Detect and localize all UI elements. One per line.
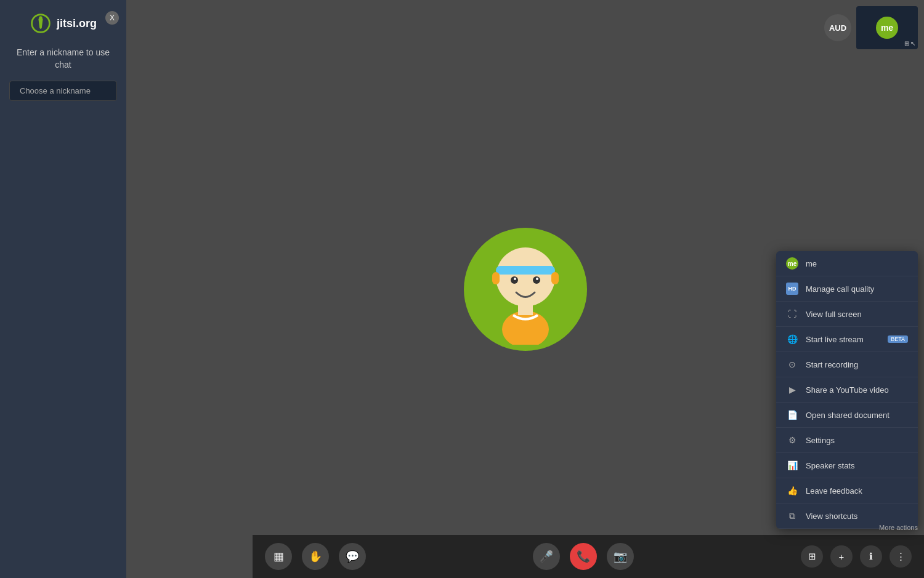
add-button[interactable]: + — [830, 545, 853, 568]
manage-call-quality-label: Manage call quality — [806, 284, 908, 294]
choose-nickname-button[interactable]: Choose a nickname — [9, 81, 117, 101]
settings-label: Settings — [806, 436, 908, 445]
start-recording-label: Start recording — [806, 360, 908, 369]
cursor-icon: ↖ — [910, 40, 915, 47]
plus-icon: + — [839, 552, 845, 562]
mute-button[interactable]: 🎤 — [533, 543, 560, 570]
chat-button[interactable]: 💬 — [339, 543, 366, 570]
bottom-right-controls: ⊞ + ℹ ⋮ — [801, 545, 912, 568]
svg-point-9 — [536, 278, 538, 280]
share-youtube-label: Share a YouTube video — [806, 385, 908, 395]
open-shared-doc-label: Open shared document — [806, 411, 908, 420]
menu-item-manage-call-quality[interactable]: HDManage call quality — [776, 276, 918, 302]
center-participant-avatar — [464, 228, 587, 351]
main-video-area: AUD me ⊞ ↖ ▦ ✋ 💬 🎤 — [126, 0, 924, 578]
tile-view-button[interactable]: ▦ — [265, 543, 292, 570]
start-recording-icon: ⊙ — [786, 358, 798, 371]
me-icon: me — [786, 257, 798, 270]
end-call-icon: 📞 — [577, 550, 590, 563]
svg-rect-11 — [518, 303, 533, 315]
more-icon: ⋮ — [896, 551, 906, 562]
svg-point-1 — [39, 16, 42, 19]
top-right-thumbnails: AUD me ⊞ ↖ — [824, 6, 918, 49]
menu-item-view-full-screen[interactable]: ⛶View full screen — [776, 302, 918, 327]
info-icon: ℹ — [869, 551, 873, 562]
logo: jitsi.org — [30, 12, 97, 34]
more-actions-label: More actions — [879, 524, 918, 531]
me-avatar: me — [876, 17, 898, 39]
menu-item-speaker-stats[interactable]: 📊Speaker stats — [776, 453, 918, 478]
video-off-icon: 📷 — [614, 550, 627, 563]
menu-item-me[interactable]: meme — [776, 251, 918, 276]
svg-point-8 — [514, 278, 516, 280]
video-toggle-button[interactable]: 📷 — [607, 543, 634, 570]
end-call-button[interactable]: 📞 — [570, 543, 597, 570]
svg-rect-3 — [496, 266, 555, 275]
svg-point-7 — [533, 276, 540, 284]
mute-icon: 🎤 — [540, 550, 553, 563]
chat-icon: 💬 — [346, 550, 359, 563]
apps-button[interactable]: ⊞ — [801, 545, 823, 568]
view-shortcuts-label: View shortcuts — [806, 512, 908, 521]
view-full-screen-icon: ⛶ — [786, 308, 798, 320]
start-live-stream-badge: BETA — [888, 335, 908, 343]
manage-call-quality-icon: HD — [786, 283, 798, 295]
me-thumbnail[interactable]: me ⊞ ↖ — [856, 6, 918, 49]
leave-feedback-label: Leave feedback — [806, 486, 908, 496]
svg-rect-4 — [492, 272, 500, 284]
me-label: me — [806, 259, 908, 268]
svg-point-6 — [511, 276, 518, 284]
hand-icon: ✋ — [309, 550, 322, 563]
leave-feedback-icon: 👍 — [786, 484, 798, 497]
more-actions-button[interactable]: ⋮ — [890, 545, 912, 568]
menu-item-start-recording[interactable]: ⊙Start recording — [776, 352, 918, 377]
aud-participant-badge: AUD — [824, 14, 851, 41]
bottom-center-controls: 🎤 📞 📷 — [533, 543, 634, 570]
settings-icon: ⚙ — [786, 434, 798, 446]
avatar-svg — [476, 234, 575, 345]
apps-icon: ⊞ — [808, 551, 816, 562]
svg-point-10 — [502, 311, 549, 345]
raise-hand-button[interactable]: ✋ — [302, 543, 329, 570]
svg-rect-5 — [551, 272, 559, 284]
start-live-stream-icon: 🌐 — [786, 333, 798, 345]
chat-prompt-text: Enter a nickname to use chat — [9, 47, 117, 71]
context-menu: memeHDManage call quality⛶View full scre… — [776, 251, 918, 529]
logo-text: jitsi.org — [57, 17, 97, 30]
open-shared-doc-icon: 📄 — [786, 409, 798, 421]
view-full-screen-label: View full screen — [806, 310, 908, 319]
screen-share-icon: ⊞ — [904, 40, 909, 47]
menu-item-leave-feedback[interactable]: 👍Leave feedback — [776, 478, 918, 504]
sidebar: jitsi.org X Enter a nickname to use chat… — [0, 0, 126, 578]
bottom-toolbar: ▦ ✋ 💬 🎤 📞 📷 ⊞ + — [253, 535, 924, 578]
start-live-stream-label: Start live stream — [806, 335, 878, 344]
speaker-stats-icon: 📊 — [786, 459, 798, 472]
menu-item-settings[interactable]: ⚙Settings — [776, 428, 918, 453]
speaker-stats-label: Speaker stats — [806, 461, 908, 470]
info-button[interactable]: ℹ — [860, 545, 882, 568]
tile-view-icon: ▦ — [274, 550, 284, 563]
bottom-left-controls: ▦ ✋ 💬 — [265, 543, 366, 570]
sidebar-close-button[interactable]: X — [105, 11, 119, 25]
menu-item-open-shared-doc[interactable]: 📄Open shared document — [776, 403, 918, 428]
share-youtube-icon: ▶ — [786, 383, 798, 396]
menu-item-start-live-stream[interactable]: 🌐Start live streamBETA — [776, 327, 918, 352]
jitsi-logo-icon — [30, 12, 52, 34]
menu-item-share-youtube[interactable]: ▶Share a YouTube video — [776, 377, 918, 403]
view-shortcuts-icon: ⧉ — [786, 510, 798, 522]
me-thumbnail-icons: ⊞ ↖ — [904, 40, 915, 47]
